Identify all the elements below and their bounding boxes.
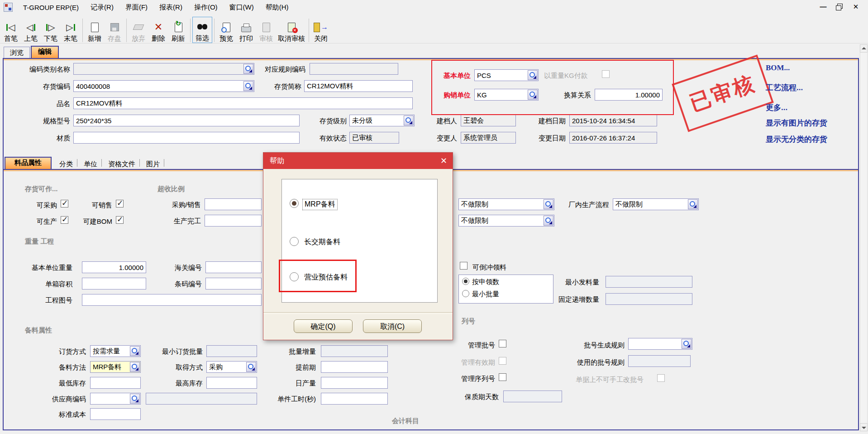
menu-operate[interactable]: 操作(O) <box>188 1 224 14</box>
link-show-with-images[interactable]: 显示有图片的存货 <box>766 118 827 128</box>
menu-report[interactable]: 报表(R) <box>153 1 188 14</box>
close-window-button[interactable]: → 关闭 <box>311 17 331 43</box>
obtain-lookup-icon[interactable] <box>246 362 256 372</box>
link-bom[interactable]: BOM... <box>766 63 790 72</box>
daily-output-field[interactable] <box>321 377 388 389</box>
base-unit-lookup-icon[interactable] <box>528 70 538 80</box>
inv-code-lookup-icon[interactable] <box>243 81 253 91</box>
unit-time-field[interactable] <box>321 393 388 405</box>
fixed-inc-label: 固定递增数量 <box>550 295 599 304</box>
menu-window[interactable]: 窗口(W) <box>224 1 260 14</box>
subtab-category[interactable]: 分类 <box>56 159 76 169</box>
batch-inc-label: 批量增量 <box>281 347 316 356</box>
menu-record[interactable]: 记录(R) <box>85 1 119 14</box>
can-bom-checkbox[interactable] <box>116 216 124 224</box>
new-button[interactable]: 新增 <box>85 17 105 43</box>
delete-button[interactable]: ✕ 删除 <box>148 17 168 43</box>
print-button[interactable]: 打印 <box>236 17 256 43</box>
limit-a-lookup-icon[interactable] <box>544 199 553 209</box>
scroll-down-icon[interactable] <box>860 423 868 431</box>
conv-ratio-field[interactable] <box>595 89 663 101</box>
manage-serial-checkbox[interactable] <box>499 373 506 381</box>
supplier-lookup-icon[interactable] <box>130 394 140 404</box>
std-cost-field[interactable] <box>90 408 141 420</box>
tab-edit[interactable]: 编辑 <box>31 46 59 58</box>
box-volume-field[interactable] <box>82 278 146 289</box>
issue-by-apply-radio[interactable] <box>462 278 469 285</box>
min-stock-field[interactable] <box>90 377 141 389</box>
factory-flow-field[interactable] <box>613 198 699 210</box>
limit-a-field[interactable] <box>458 198 554 210</box>
subtab-unit[interactable]: 单位 <box>81 159 100 169</box>
option-long-lead-radio[interactable] <box>290 237 299 246</box>
spec-field[interactable] <box>73 115 300 126</box>
menu-tgroup-erp[interactable]: T-GROUP ERP(E) <box>17 1 85 14</box>
prod-name-field[interactable] <box>73 97 413 109</box>
manage-serial-label: 管理序列号 <box>456 374 495 383</box>
issue-min-batch-radio[interactable] <box>462 290 469 297</box>
filter-button[interactable]: 筛选 <box>192 17 212 43</box>
backflush-checkbox[interactable] <box>460 262 467 270</box>
menu-help[interactable]: 帮助(H) <box>260 1 295 14</box>
weight-eng-group-label: 重量 工程 <box>25 237 54 246</box>
first-record-button[interactable]: ◁ 首笔 <box>1 17 21 43</box>
subtab-qualification[interactable]: 资格文件 <box>105 159 138 169</box>
menu-interface[interactable]: 界面(F) <box>119 1 153 14</box>
prep-method-lookup-icon[interactable] <box>130 362 140 372</box>
option-mrp-label[interactable]: MRP备料 <box>302 199 338 210</box>
cancel-audit-button[interactable]: ✕ 取消审核 <box>276 17 307 43</box>
close-icon[interactable]: ✕ <box>850 2 862 12</box>
toolbar-separator <box>309 19 309 42</box>
barcode-field[interactable] <box>205 278 262 289</box>
material-field[interactable] <box>73 132 300 144</box>
refresh-button[interactable]: ↻ 刷新 <box>168 17 188 43</box>
base-weight-field[interactable] <box>82 261 146 273</box>
minimize-icon[interactable]: — <box>817 2 829 12</box>
preview-button[interactable]: 预览 <box>216 17 236 43</box>
option-long-lead-label[interactable]: 长交期备料 <box>304 237 340 247</box>
last-record-button[interactable]: ▷ 末笔 <box>61 17 81 43</box>
option-mrp-radio[interactable] <box>290 199 299 208</box>
can-make-checkbox[interactable] <box>61 216 68 224</box>
tab-browse[interactable]: 浏览 <box>4 47 30 58</box>
box-volume-label: 单箱容积 <box>32 280 72 289</box>
limit-b-lookup-icon[interactable] <box>544 216 553 226</box>
dialog-close-icon[interactable]: ✕ <box>440 156 447 166</box>
limit-b-field[interactable] <box>458 215 554 227</box>
scroll-up-icon[interactable] <box>860 44 868 53</box>
code-class-lookup-icon[interactable] <box>243 64 253 74</box>
vertical-scrollbar[interactable] <box>860 44 868 431</box>
base-unit-label: 基本单位 <box>436 71 471 80</box>
over-buy-field[interactable] <box>205 198 262 210</box>
link-more[interactable]: 更多... <box>766 102 787 113</box>
order-mode-lookup-icon[interactable] <box>130 346 140 356</box>
can-do-group-label: 存货可作... <box>25 185 58 193</box>
refresh-icon: ↻ <box>175 20 182 34</box>
option-sales-forecast-label[interactable]: 营业预估备料 <box>304 273 348 282</box>
prev-record-button[interactable]: ◁ 上笔 <box>21 17 41 43</box>
inv-level-lookup-icon[interactable] <box>404 116 414 125</box>
next-record-button[interactable]: ▷ 下笔 <box>41 17 61 43</box>
trade-unit-lookup-icon[interactable] <box>528 90 538 100</box>
can-buy-checkbox[interactable] <box>61 200 68 207</box>
ok-button[interactable]: 确定(Q) <box>294 319 353 333</box>
lead-time-field[interactable] <box>321 361 388 373</box>
can-sell-checkbox[interactable] <box>116 200 124 207</box>
subtab-item-attributes[interactable]: 料品属性 <box>5 157 52 169</box>
option-sales-forecast-radio[interactable] <box>290 272 299 281</box>
batch-rule-lookup-icon[interactable] <box>682 339 692 349</box>
drawing-field[interactable] <box>82 294 262 306</box>
restore-icon[interactable] <box>834 2 845 12</box>
max-stock-field[interactable] <box>206 377 257 389</box>
link-process-flow[interactable]: 工艺流程... <box>766 82 803 93</box>
customs-field[interactable] <box>205 261 262 273</box>
cancel-button[interactable]: 取消(C) <box>363 319 422 333</box>
inv-code-field[interactable] <box>73 80 254 92</box>
subtab-image[interactable]: 图片 <box>143 159 163 169</box>
over-prod-field[interactable] <box>205 215 262 227</box>
manage-batch-checkbox[interactable] <box>499 340 506 347</box>
factory-flow-lookup-icon[interactable] <box>688 199 698 209</box>
max-stock-label: 最高库存 <box>167 379 203 388</box>
link-show-unclassified[interactable]: 显示无分类的存货 <box>766 134 827 145</box>
inv-abbr-field[interactable] <box>304 80 413 92</box>
